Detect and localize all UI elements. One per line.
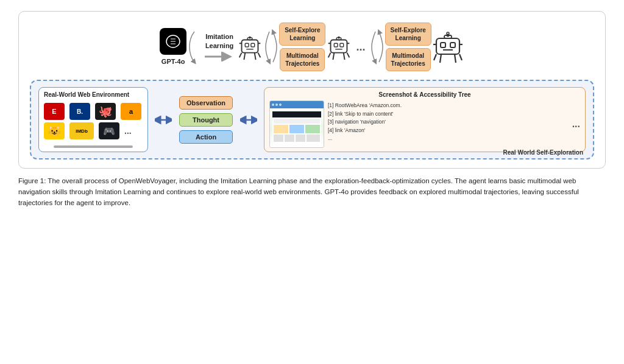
robot3-item [431, 29, 464, 65]
svg-point-19 [338, 37, 341, 39]
screenshot-body [270, 108, 324, 147]
self-explore-2-label: Self-ExploreLearning [385, 23, 431, 46]
screenshot-title: Screenshot & Accessibility Tree [269, 91, 580, 98]
accessibility-tree: [1] RootWebArea 'Amazon.com. [2] link 'S… [328, 100, 569, 148]
web-env-title: Real-World Web Environment [44, 91, 143, 98]
svg-line-23 [344, 53, 345, 60]
svg-rect-27 [441, 43, 445, 47]
svg-line-11 [255, 53, 256, 60]
multimodal-2-label: MultimodalTrajectories [386, 48, 431, 71]
svg-line-20 [328, 53, 331, 58]
imdb-logo: IMDb [69, 122, 94, 139]
booking-logo: B. [69, 103, 90, 120]
caption-text: Figure 1: The overall process of OpenWeb… [18, 177, 579, 206]
svg-rect-28 [450, 43, 455, 47]
svg-rect-49 [296, 135, 305, 142]
smiley-logo: 😺 [44, 122, 65, 139]
imitation-learning-label: ImitationLearning [205, 32, 233, 50]
env-row: Real-World Web Environment E B. 🐙 a 😺 [30, 80, 594, 159]
screenshot-content: [1] RootWebArea 'Amazon.com. [2] link 'S… [269, 100, 580, 148]
svg-rect-26 [436, 38, 459, 54]
tree-line-5: ... [328, 135, 569, 143]
tree-line-4: [4] link 'Amazon' [328, 127, 569, 135]
imitation-learning-arrow: ImitationLearning [205, 32, 234, 61]
robot2-item [325, 32, 352, 62]
svg-line-33 [459, 54, 462, 60]
web-env-box: Real-World Web Environment E B. 🐙 a 😺 [38, 87, 148, 152]
svg-line-22 [333, 53, 335, 60]
logos-dots: ... [124, 126, 132, 136]
logos-row-2: 😺 IMDb 🎮 ... [44, 122, 143, 139]
svg-line-9 [258, 53, 261, 58]
svg-line-34 [440, 54, 441, 63]
svg-rect-48 [285, 135, 294, 142]
thought-btn: Thought [179, 113, 233, 127]
flow-row: GPT-4o ImitationLearning [30, 23, 594, 71]
svg-rect-43 [274, 119, 320, 124]
svg-line-32 [434, 54, 436, 60]
svg-point-7 [249, 37, 251, 39]
svg-rect-47 [274, 135, 283, 142]
action-btn: Action [179, 130, 233, 144]
tree-line-2: [2] link 'Skip to main content' [328, 110, 569, 119]
github-logo: 🐙 [95, 103, 116, 120]
main-figure: GPT-4o ImitationLearning [18, 11, 606, 169]
svg-rect-4 [251, 43, 255, 47]
svg-line-35 [455, 54, 456, 63]
figure-caption: Figure 1: The overall process of OpenWeb… [18, 176, 606, 208]
tree-more-dots: ... [572, 119, 580, 130]
amazon-logo: a [121, 103, 141, 120]
self-explore-1-item: Self-ExploreLearning MultimodalTrajector… [279, 23, 325, 71]
robot1-item [236, 32, 263, 62]
svg-rect-14 [331, 40, 347, 52]
svg-rect-50 [307, 135, 320, 142]
svg-rect-45 [289, 125, 304, 133]
svg-line-10 [244, 53, 246, 60]
svg-line-8 [239, 53, 242, 58]
svg-rect-15 [335, 43, 338, 47]
robot3-icon [431, 29, 464, 65]
svg-rect-46 [305, 125, 320, 133]
logos-row-1: E B. 🐙 a [44, 103, 143, 120]
ota-box: Observation Thought Action [179, 87, 233, 152]
screenshot-box: Screenshot & Accessibility Tree [264, 87, 586, 152]
svg-point-38 [447, 32, 449, 35]
monitor-stand [54, 145, 133, 148]
gpt4o-item: GPT-4o [160, 28, 186, 66]
svg-rect-44 [274, 125, 288, 133]
browser-bar [270, 101, 324, 108]
curve-arrow-left-1 [188, 29, 201, 65]
svg-rect-42 [272, 111, 321, 117]
svg-rect-3 [245, 43, 249, 47]
double-arrow-2 [239, 87, 258, 152]
self-explore-1-label: Self-ExploreLearning [279, 23, 325, 46]
svg-line-21 [347, 53, 350, 58]
observation-btn: Observation [179, 96, 233, 110]
espn-logo: E [44, 103, 65, 120]
svg-rect-16 [340, 43, 344, 47]
curve-arrow-2 [370, 29, 384, 65]
svg-rect-2 [242, 40, 258, 52]
env-bottom-label: Real World Self-Exploration [503, 149, 584, 156]
multimodal-1-label: MultimodalTrajectories [280, 48, 325, 71]
double-arrow [154, 87, 172, 152]
curve-arrow-right-1 [264, 29, 278, 65]
screenshot-thumbnail [269, 100, 324, 148]
web-env-logos: E B. 🐙 a 😺 IMDb 🎮 ... [44, 103, 143, 139]
robot1-icon [236, 32, 263, 62]
steam-logo: 🎮 [99, 122, 119, 139]
robot2-icon [325, 32, 352, 62]
tree-line-1: [1] RootWebArea 'Amazon.com. [328, 102, 569, 110]
self-explore-2-item: Self-ExploreLearning MultimodalTrajector… [385, 23, 431, 71]
gpt4o-icon [160, 28, 186, 55]
tree-line-3: [3] navigation 'navigation' [328, 118, 569, 127]
flow-dots: ... [356, 41, 365, 54]
gpt4o-label: GPT-4o [161, 57, 185, 66]
